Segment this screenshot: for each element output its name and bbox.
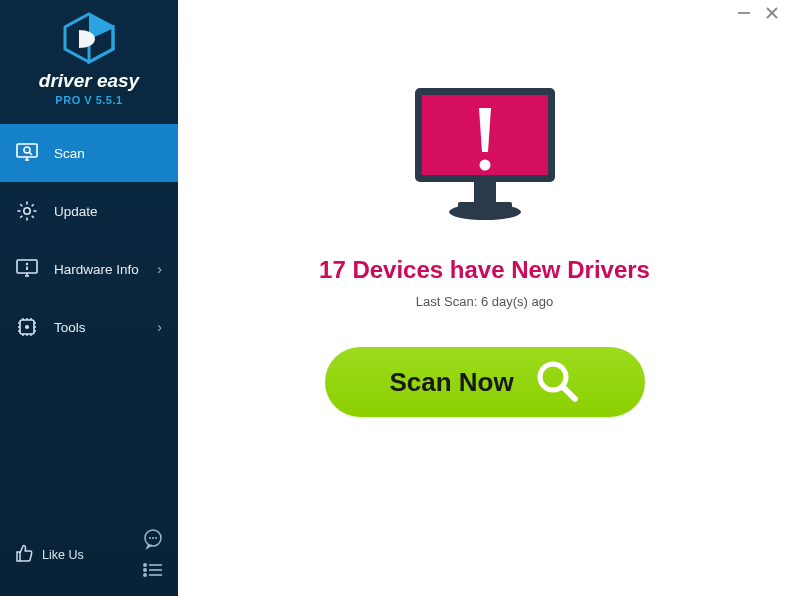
- sidebar-item-label: Hardware Info: [54, 262, 157, 277]
- sidebar-item-update[interactable]: Update: [0, 182, 178, 240]
- svg-line-14: [32, 216, 34, 218]
- svg-point-44: [144, 574, 146, 576]
- scan-now-label: Scan Now: [389, 367, 513, 398]
- close-button[interactable]: [765, 5, 779, 23]
- svg-point-37: [149, 537, 151, 539]
- sidebar-item-label: Scan: [54, 146, 162, 161]
- tools-icon: [16, 316, 38, 338]
- sidebar: driver easy PRO V 5.5.1 Scan Update: [0, 0, 178, 596]
- product-version: PRO V 5.5.1: [0, 94, 178, 106]
- feedback-icon[interactable]: [142, 528, 164, 554]
- svg-point-8: [24, 208, 30, 214]
- svg-line-7: [29, 152, 32, 155]
- app-window: driver easy PRO V 5.5.1 Scan Update: [0, 0, 791, 596]
- product-name: driver easy: [0, 70, 178, 92]
- main-panel: 17 Devices have New Drivers Last Scan: 6…: [178, 28, 791, 596]
- content-area: 17 Devices have New Drivers Last Scan: 6…: [178, 0, 791, 596]
- like-us-label: Like Us: [42, 548, 84, 562]
- gear-icon: [16, 200, 38, 222]
- magnifier-icon: [534, 358, 580, 407]
- thumbs-up-icon: [14, 543, 34, 567]
- svg-line-16: [32, 204, 34, 206]
- last-scan-text: Last Scan: 6 day(s) ago: [416, 294, 553, 309]
- svg-point-20: [26, 263, 28, 265]
- logo-icon: [61, 12, 117, 64]
- svg-rect-3: [17, 144, 37, 157]
- like-us-button[interactable]: Like Us: [14, 543, 84, 567]
- svg-line-56: [563, 387, 575, 399]
- scan-result-headline: 17 Devices have New Drivers: [319, 256, 650, 284]
- svg-point-54: [479, 160, 490, 171]
- svg-point-39: [155, 537, 157, 539]
- minimize-button[interactable]: [737, 5, 751, 23]
- sidebar-nav: Scan Update Hardware Info › Tools: [0, 124, 178, 518]
- svg-rect-51: [474, 182, 496, 204]
- sidebar-bottom-bar: Like Us: [0, 518, 178, 596]
- sidebar-item-label: Tools: [54, 320, 157, 335]
- svg-line-13: [20, 204, 22, 206]
- titlebar: [178, 0, 791, 28]
- menu-list-icon[interactable]: [142, 562, 164, 582]
- logo-area: driver easy PRO V 5.5.1: [0, 0, 178, 114]
- sidebar-item-scan[interactable]: Scan: [0, 124, 178, 182]
- svg-point-35: [25, 325, 29, 329]
- sidebar-item-tools[interactable]: Tools ›: [0, 298, 178, 356]
- svg-point-42: [144, 569, 146, 571]
- sidebar-item-label: Update: [54, 204, 162, 219]
- svg-point-38: [152, 537, 154, 539]
- chevron-right-icon: ›: [157, 319, 162, 335]
- svg-point-40: [144, 564, 146, 566]
- scan-now-button[interactable]: Scan Now: [325, 347, 645, 417]
- chevron-right-icon: ›: [157, 261, 162, 277]
- scan-monitor-icon: [16, 142, 38, 164]
- svg-line-15: [20, 216, 22, 218]
- hardware-info-icon: [16, 258, 38, 280]
- sidebar-item-hardware-info[interactable]: Hardware Info ›: [0, 240, 178, 298]
- alert-monitor-illustration: [400, 80, 570, 234]
- svg-rect-53: [458, 202, 512, 210]
